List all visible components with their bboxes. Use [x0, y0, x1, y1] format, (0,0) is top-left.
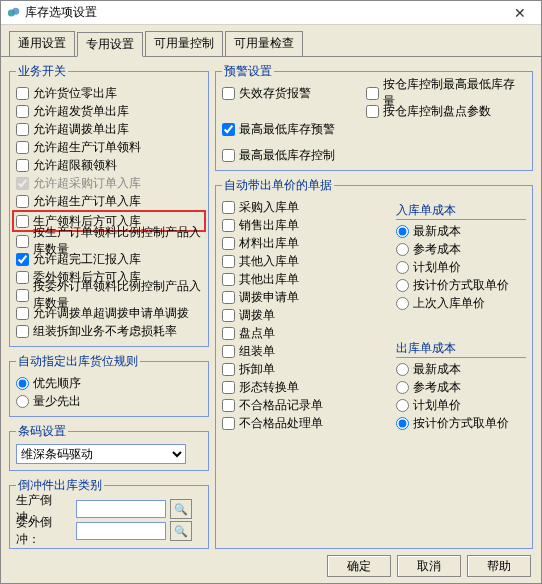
doc-2[interactable]: 材料出库单: [222, 234, 390, 252]
doc-0[interactable]: 采购入库单: [222, 198, 390, 216]
close-icon[interactable]: ✕: [505, 5, 535, 21]
outcost-1[interactable]: 参考成本: [396, 378, 526, 396]
offset-input-0[interactable]: [76, 500, 166, 518]
outcost-1-input[interactable]: [396, 381, 409, 394]
tab-available-ctrl[interactable]: 可用量控制: [145, 31, 223, 56]
doc-10-checkbox[interactable]: [222, 381, 235, 394]
doc-9-checkbox[interactable]: [222, 363, 235, 376]
biz-switch-12[interactable]: 允许调拨单超调拨申请单调拨: [16, 304, 202, 322]
biz-switch-checkbox-8[interactable]: [16, 235, 29, 248]
incost-1[interactable]: 参考成本: [396, 240, 526, 258]
biz-switch-11[interactable]: 按委外订单领料比例控制产品入库数量: [16, 286, 202, 304]
biz-switch-label-1: 允许超发货单出库: [33, 103, 129, 120]
legend-biz-switch: 业务开关: [16, 63, 68, 80]
biz-switch-checkbox-0[interactable]: [16, 87, 29, 100]
doc-8[interactable]: 组装单: [222, 342, 390, 360]
warn-left-2-checkbox[interactable]: [222, 149, 235, 162]
outcost-3-input[interactable]: [396, 417, 409, 430]
incost-1-input[interactable]: [396, 243, 409, 256]
doc-1-checkbox[interactable]: [222, 219, 235, 232]
doc-11[interactable]: 不合格品记录单: [222, 396, 390, 414]
biz-switch-checkbox-1[interactable]: [16, 105, 29, 118]
doc-12[interactable]: 不合格品处理单: [222, 414, 390, 432]
warn-left-2[interactable]: 最高最低库存控制: [222, 146, 360, 164]
incost-2[interactable]: 计划单价: [396, 258, 526, 276]
incost-0[interactable]: 最新成本: [396, 222, 526, 240]
offset-input-1[interactable]: [76, 522, 166, 540]
doc-12-checkbox[interactable]: [222, 417, 235, 430]
warn-right-0[interactable]: 按仓库控制最高最低库存量: [366, 84, 526, 102]
barcode-select[interactable]: 维深条码驱动: [16, 444, 186, 464]
outcost-2-input[interactable]: [396, 399, 409, 412]
doc-3-checkbox[interactable]: [222, 255, 235, 268]
biz-switch-checkbox-2[interactable]: [16, 123, 29, 136]
warn-left-0-label: 失效存货报警: [239, 85, 311, 102]
tab-general[interactable]: 通用设置: [9, 31, 75, 56]
doc-4[interactable]: 其他出库单: [222, 270, 390, 288]
doc-10[interactable]: 形态转换单: [222, 378, 390, 396]
doc-7[interactable]: 盘点单: [222, 324, 390, 342]
autoloc-radio-input-0[interactable]: [16, 377, 29, 390]
warn-left-0-checkbox[interactable]: [222, 87, 235, 100]
help-button[interactable]: 帮助: [467, 555, 531, 577]
offset-search-1[interactable]: 🔍: [170, 521, 192, 541]
biz-switch-4[interactable]: 允许超限额领料: [16, 156, 202, 174]
biz-switch-checkbox-4[interactable]: [16, 159, 29, 172]
biz-switch-checkbox-7[interactable]: [16, 215, 29, 228]
warn-left-0[interactable]: 失效存货报警: [222, 84, 360, 102]
cancel-button[interactable]: 取消: [397, 555, 461, 577]
outcost-1-label: 参考成本: [413, 379, 461, 396]
doc-8-checkbox[interactable]: [222, 345, 235, 358]
biz-switch-checkbox-12[interactable]: [16, 307, 29, 320]
biz-switch-checkbox-6[interactable]: [16, 195, 29, 208]
doc-9[interactable]: 拆卸单: [222, 360, 390, 378]
autoloc-radio-0[interactable]: 优先顺序: [16, 374, 202, 392]
incost-4-input[interactable]: [396, 297, 409, 310]
doc-2-checkbox[interactable]: [222, 237, 235, 250]
group-biz-switch: 业务开关 允许货位零出库允许超发货单出库允许超调拨单出库允许超生产订单领料允许超…: [9, 63, 209, 347]
outcost-0[interactable]: 最新成本: [396, 360, 526, 378]
incost-3-input[interactable]: [396, 279, 409, 292]
group-barcode: 条码设置 维深条码驱动: [9, 423, 209, 471]
tab-special[interactable]: 专用设置: [77, 32, 143, 57]
ok-button[interactable]: 确定: [327, 555, 391, 577]
incost-3[interactable]: 按计价方式取单价: [396, 276, 526, 294]
biz-switch-checkbox-9[interactable]: [16, 253, 29, 266]
doc-6[interactable]: 调拨单: [222, 306, 390, 324]
biz-switch-6[interactable]: 允许超生产订单入库: [16, 192, 202, 210]
biz-switch-checkbox-11[interactable]: [16, 289, 29, 302]
offset-search-0[interactable]: 🔍: [170, 499, 192, 519]
warn-right-1-checkbox[interactable]: [366, 105, 379, 118]
doc-11-label: 不合格品记录单: [239, 397, 323, 414]
biz-switch-8[interactable]: 按生产订单领料比例控制产品入库数量: [16, 232, 202, 250]
warn-right-0-checkbox[interactable]: [366, 87, 379, 100]
biz-switch-0[interactable]: 允许货位零出库: [16, 84, 202, 102]
doc-0-checkbox[interactable]: [222, 201, 235, 214]
biz-switch-checkbox-13[interactable]: [16, 325, 29, 338]
incost-4[interactable]: 上次入库单价: [396, 294, 526, 312]
doc-7-checkbox[interactable]: [222, 327, 235, 340]
doc-4-checkbox[interactable]: [222, 273, 235, 286]
biz-switch-13[interactable]: 组装拆卸业务不考虑损耗率: [16, 322, 202, 340]
outcost-2[interactable]: 计划单价: [396, 396, 526, 414]
doc-6-checkbox[interactable]: [222, 309, 235, 322]
outcost-3[interactable]: 按计价方式取单价: [396, 414, 526, 432]
tab-available-check[interactable]: 可用量检查: [225, 31, 303, 56]
autoloc-radio-input-1[interactable]: [16, 395, 29, 408]
warn-left-1-checkbox[interactable]: [222, 123, 235, 136]
outcost-0-input[interactable]: [396, 363, 409, 376]
warn-left-1[interactable]: 最高最低库存预警: [222, 120, 360, 138]
biz-switch-1[interactable]: 允许超发货单出库: [16, 102, 202, 120]
doc-1[interactable]: 销售出库单: [222, 216, 390, 234]
doc-5-checkbox[interactable]: [222, 291, 235, 304]
biz-switch-3[interactable]: 允许超生产订单领料: [16, 138, 202, 156]
biz-switch-2[interactable]: 允许超调拨单出库: [16, 120, 202, 138]
autoloc-radio-1[interactable]: 量少先出: [16, 392, 202, 410]
doc-3[interactable]: 其他入库单: [222, 252, 390, 270]
biz-switch-checkbox-10[interactable]: [16, 271, 29, 284]
doc-11-checkbox[interactable]: [222, 399, 235, 412]
doc-5[interactable]: 调拨申请单: [222, 288, 390, 306]
biz-switch-checkbox-3[interactable]: [16, 141, 29, 154]
incost-2-input[interactable]: [396, 261, 409, 274]
incost-0-input[interactable]: [396, 225, 409, 238]
